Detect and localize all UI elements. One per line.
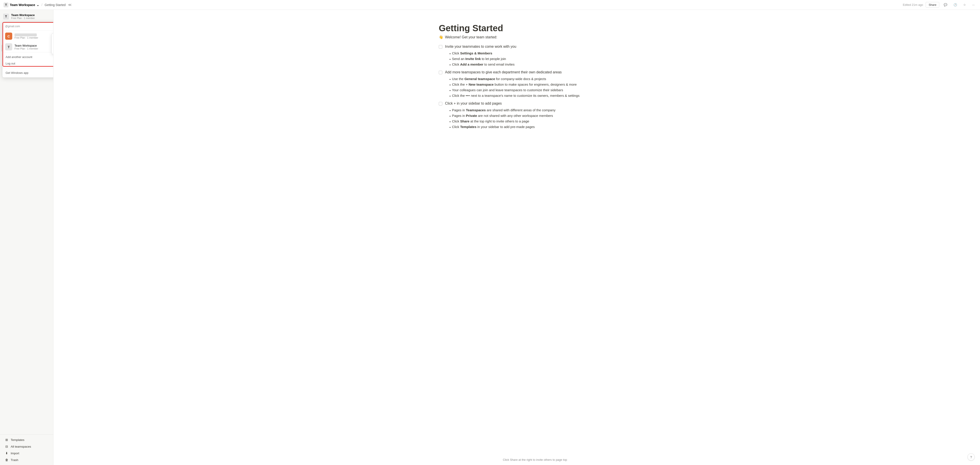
bullet-text: Send an Invite link to let people join — [452, 57, 506, 61]
logout-button[interactable]: Log out — [2, 60, 54, 67]
bullet-item: • Click Templates in your sidebar to add… — [449, 125, 595, 129]
sidebar-item-label: Templates — [11, 438, 49, 442]
breadcrumb-page-title: Getting Started — [45, 3, 65, 7]
add-another-account-button[interactable]: Add another account — [2, 54, 54, 60]
workspace-icon: T — [3, 2, 8, 7]
subtitle-emoji: 👋 — [439, 35, 443, 39]
account-row-c[interactable]: C Free Plan · 1 member — [2, 31, 54, 42]
bullet-item: • Send an Invite link to let people join — [449, 57, 595, 61]
bullet-dot: • — [449, 83, 450, 87]
topbar-right: Edited 21m ago Share 💬 🕐 ☆ ··· — [903, 2, 977, 8]
checklist-text-1: Invite your teammates to come work with … — [445, 45, 516, 49]
checklist-item-2: Add more teamspaces to give each departm… — [439, 70, 595, 74]
share-button[interactable]: Share — [926, 2, 939, 8]
bullet-text: Click Settings & Members — [452, 51, 492, 55]
history-icon[interactable]: 🕐 — [952, 2, 959, 7]
edited-label: Edited 21m ago — [903, 3, 923, 6]
help-button[interactable]: ? — [967, 454, 975, 460]
breadcrumb-separator: / — [41, 3, 42, 7]
bullet-dot: • — [449, 58, 450, 61]
popup-actions: Add another account Log out — [2, 52, 54, 68]
topbar-left: T Team Workspace ⌄ / Getting Started ≪ — [3, 2, 72, 7]
logout-context-item[interactable]: ⊘ Log out — [52, 45, 54, 53]
account-avatar-t: T — [5, 43, 12, 50]
bullet-dot: • — [449, 52, 450, 56]
bullet-dot: • — [449, 109, 450, 112]
bullet-item: • Click the + New teamspace button to ma… — [449, 83, 595, 87]
subtitle-text: Welcome! Get your team started: — [445, 35, 497, 39]
bullet-item: • Click the ••• next to a teamspace's na… — [449, 94, 595, 98]
bullet-dot: • — [449, 125, 450, 129]
sidebar-item-import[interactable]: ⬇ Import — [2, 450, 52, 457]
workspace-name-label: Team Workspace — [10, 3, 35, 7]
bullet-list-2: • Use the General teamspace for company-… — [449, 77, 595, 98]
import-icon: ⬇ — [5, 451, 9, 455]
sidebar-top: T Team Workspace Free Plan · 1 member — [0, 10, 53, 23]
bullet-item: • Click Add a member to send email invit… — [449, 62, 595, 67]
account-email: @gmail.com — [5, 24, 20, 29]
bullet-dot: • — [449, 88, 450, 92]
bullet-item: • Click Share at the top right to invite… — [449, 119, 595, 123]
account-info-t: Team Workspace Free Plan · 1 member — [14, 44, 54, 50]
account-info-c: Free Plan · 1 member — [14, 34, 54, 39]
workspace-name[interactable]: T Team Workspace ⌄ — [3, 2, 39, 7]
sidebar-item-all-teamspaces[interactable]: ⊟ All teamspaces — [2, 443, 52, 450]
workspace-info-sub: Free Plan · 1 member — [11, 17, 50, 19]
favorite-icon[interactable]: ☆ — [961, 2, 968, 7]
bullet-item: • Pages in Private are not shared with a… — [449, 114, 595, 118]
account-popup: @gmail.com ··· C Free Plan · 1 member T … — [2, 22, 54, 78]
bullet-dot: • — [449, 120, 450, 123]
bullet-text: Click Templates in your sidebar to add p… — [452, 125, 535, 129]
bullet-dot: • — [449, 63, 450, 67]
bullet-text: Pages in Private are not shared with any… — [452, 114, 553, 118]
main-layout: T Team Workspace Free Plan · 1 member › … — [0, 10, 980, 465]
workspace-switcher[interactable]: T Team Workspace Free Plan · 1 member — [0, 11, 53, 21]
bullet-text: Use the General teamspace for company-wi… — [452, 77, 546, 81]
account-plan-c: Free Plan · 1 member — [14, 36, 54, 39]
sidebar-item-label: All teamspaces — [11, 445, 49, 448]
checkbox-3[interactable] — [439, 102, 442, 105]
get-windows-app-button[interactable]: Get Windows app — [2, 70, 54, 76]
workspace-info-name: Team Workspace — [11, 13, 50, 17]
workspace-avatar: T — [3, 14, 9, 19]
topbar: T Team Workspace ⌄ / Getting Started ≪ E… — [0, 0, 980, 10]
bullet-text: Click the ••• next to a teamspace's name… — [452, 94, 579, 97]
sidebar-item-label: Trash — [11, 458, 49, 462]
popup-header: @gmail.com ··· — [2, 22, 54, 31]
bullet-item: • Use the General teamspace for company-… — [449, 77, 595, 81]
account-name-t: Team Workspace — [14, 44, 54, 47]
comment-icon[interactable]: 💬 — [942, 2, 949, 7]
bullet-text: Click Share at the top right to invite o… — [452, 119, 529, 123]
main-content: Getting Started 👋 Welcome! Get your team… — [421, 10, 612, 465]
templates-icon: ⊞ — [5, 438, 9, 442]
chevron-down-icon: ⌄ — [37, 3, 39, 7]
sidebar-item-templates[interactable]: ⊞ Templates — [2, 436, 52, 443]
bullet-dot: • — [449, 114, 450, 118]
page-subtitle: 👋 Welcome! Get your team started: — [439, 35, 595, 39]
account-plan-t: Free Plan · 1 member — [14, 47, 54, 50]
bottom-tip: Click Share at the right to invite other… — [503, 458, 567, 462]
sidebar: T Team Workspace Free Plan · 1 member › … — [0, 10, 54, 465]
checklist-item-1: Invite your teammates to come work with … — [439, 45, 595, 49]
bullet-item: • Your colleagues can join and leave tea… — [449, 88, 595, 92]
bullet-dot: • — [449, 94, 450, 98]
account-name-c — [14, 34, 37, 36]
checkbox-2[interactable] — [439, 71, 442, 74]
checkbox-1[interactable] — [439, 45, 442, 49]
sidebar-item-trash[interactable]: 🗑 Trash — [2, 457, 52, 463]
bullet-text: Pages in Teamspaces are shared with diff… — [452, 108, 555, 112]
bullet-text: Click the + New teamspace button to make… — [452, 83, 577, 86]
teamspaces-icon: ⊟ — [5, 444, 9, 449]
checklist-text-3: Click + in your sidebar to add pages — [445, 101, 502, 105]
bullet-item: • Click Settings & Members — [449, 51, 595, 56]
collapse-sidebar-icon[interactable]: ≪ — [68, 3, 72, 7]
popup-extra-actions: Get Windows app — [2, 68, 54, 77]
red-arrow-indicator — [52, 33, 54, 40]
bullet-list-3: • Pages in Teamspaces are shared with di… — [449, 108, 595, 129]
sidebar-item-label: Import — [11, 452, 49, 455]
sidebar-bottom: ⊞ Templates ⊟ All teamspaces ⬇ Import 🗑 … — [0, 435, 53, 465]
workspace-info: Team Workspace Free Plan · 1 member — [11, 13, 50, 19]
account-row-t[interactable]: T Team Workspace Free Plan · 1 member ✓ — [2, 42, 54, 52]
more-options-icon[interactable]: ··· — [970, 2, 977, 7]
bullet-list-1: • Click Settings & Members • Send an Inv… — [449, 51, 595, 67]
